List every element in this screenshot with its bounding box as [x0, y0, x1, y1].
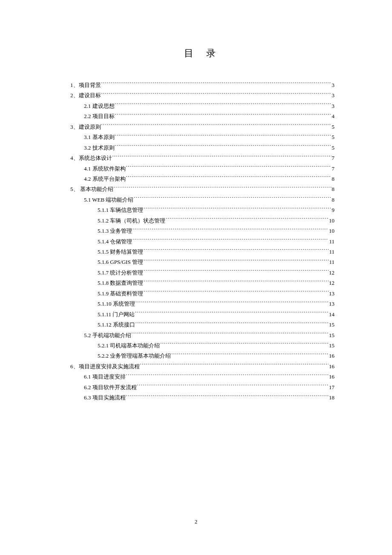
toc-entry: 5.1.9 基础资料管理13	[70, 289, 334, 299]
toc-entry: 5.1.12 系统接口15	[70, 320, 334, 330]
toc-leader-dots	[133, 238, 329, 243]
toc-entry-page: 16	[329, 372, 334, 382]
page-number: 2	[0, 518, 392, 525]
toc-leader-dots	[166, 217, 329, 223]
toc-leader-dots	[115, 144, 331, 150]
toc-entry-label: 5.1.11 门户网站	[98, 309, 135, 320]
toc-entry-label: 5.2.1 司机端基本功能介绍	[98, 341, 160, 351]
toc-leader-dots	[140, 363, 329, 368]
toc-entry: 6.1 项目进度安排16	[70, 372, 334, 382]
toc-entry-page: 13	[329, 289, 334, 299]
toc-entry-page: 14	[329, 309, 334, 320]
toc-leader-dots	[115, 113, 331, 118]
document-page: 目 录 1、项目背景32、建设目标32.1 建设思想32.2 项目目标43、建设…	[0, 0, 392, 403]
toc-entry-label: 6.1 项目进度安排	[84, 372, 126, 382]
toc-entry-page: 17	[329, 382, 334, 393]
toc-entry-page: 5	[332, 132, 335, 142]
toc-entry: 6、项目进度安排及实施流程16	[70, 361, 334, 372]
toc-entry: 5.1.2 车辆（司机）状态管理10	[70, 216, 334, 226]
toc-entry-page: 3	[332, 90, 335, 101]
toc-entry-label: 3.2 技术原则	[84, 143, 115, 153]
toc-entry: 5.1.5 财务结算管理11	[70, 247, 334, 257]
toc-entry: 5.2.2 业务管理端基本功能介绍16	[70, 351, 334, 361]
toc-entry-page: 10	[329, 226, 334, 236]
toc-entry-page: 16	[329, 361, 334, 372]
toc-leader-dots	[135, 311, 329, 316]
toc-entry: 5.2 手机端功能介绍15	[70, 330, 334, 341]
toc-entry-label: 2.1 建设思想	[84, 101, 115, 111]
toc-entry-label: 5.1.12 系统接口	[98, 320, 135, 330]
toc-entry: 1、项目背景3	[70, 80, 334, 90]
toc-leader-dots	[112, 154, 331, 160]
toc-entry-page: 12	[329, 268, 334, 278]
toc-entry-page: 8	[332, 195, 335, 205]
toc-entry-page: 12	[329, 278, 334, 288]
toc-entry-label: 5.1.1 车辆信息管理	[98, 205, 143, 215]
toc-leader-dots	[132, 332, 329, 337]
toc-entry-label: 5.1.2 车辆（司机）状态管理	[98, 216, 165, 226]
toc-entry: 5.1.7 统计分析管理12	[70, 268, 334, 278]
toc-entry-label: 3、建设原则	[70, 122, 101, 132]
toc-entry-page: 3	[332, 80, 335, 90]
toc-entry: 5.2.1 司机端基本功能介绍15	[70, 341, 334, 351]
toc-leader-dots	[115, 102, 331, 108]
toc-leader-dots	[144, 290, 329, 295]
toc-entry-page: 7	[332, 153, 335, 163]
toc-entry-label: 2、建设目标	[70, 90, 101, 101]
toc-entry-label: 6、项目进度安排及实施流程	[70, 361, 140, 372]
toc-entry-page: 13	[329, 299, 334, 309]
toc-leader-dots	[144, 269, 329, 275]
toc-entry: 6.3 项目实施流程18	[70, 393, 334, 403]
toc-entry-label: 4.2 系统平台架构	[84, 174, 126, 184]
toc-entry-page: 5	[332, 143, 335, 153]
toc-entry-label: 5.1.9 基础资料管理	[98, 289, 143, 299]
toc-entry-page: 11	[329, 257, 334, 267]
toc-entry: 5.1.4 仓储管理11	[70, 237, 334, 247]
toc-entry: 5.1.3 业务管理10	[70, 226, 334, 236]
toc-entry-page: 15	[329, 341, 334, 351]
toc-leader-dots	[144, 279, 329, 285]
toc-entry-label: 6.3 项目实施流程	[84, 393, 126, 403]
toc-leader-dots	[144, 206, 331, 212]
toc-entry: 5.1.1 车辆信息管理9	[70, 205, 334, 215]
toc-entry-page: 8	[332, 174, 335, 184]
toc-entry: 3.1 基本原则5	[70, 132, 334, 142]
toc-entry: 4.1 系统软件架构7	[70, 164, 334, 174]
toc-entry-page: 4	[332, 111, 335, 121]
toc-entry-label: 5.2.2 业务管理端基本功能介绍	[98, 351, 171, 361]
toc-leader-dots	[144, 248, 329, 254]
toc-entry-label: 5.1.7 统计分析管理	[98, 268, 143, 278]
toc-leader-dots	[135, 300, 329, 306]
toc-leader-dots	[171, 352, 329, 358]
toc-entry-label: 5.1.4 仓储管理	[98, 237, 132, 247]
toc-entry: 5.1 WEB 端功能介绍8	[70, 195, 334, 205]
toc-entry-label: 5.1.3 业务管理	[98, 226, 132, 236]
toc-title: 目 录	[70, 47, 334, 60]
toc-entry-label: 5.1.5 财务结算管理	[98, 247, 143, 257]
toc-entry: 6.2 项目软件开发流程17	[70, 382, 334, 393]
toc-leader-dots	[126, 165, 331, 171]
toc-entry-label: 5.1.6 GPS/GIS 管理	[98, 257, 143, 267]
toc-leader-dots	[101, 81, 331, 87]
toc-entry: 5、 基本功能介绍8	[70, 184, 334, 194]
toc-entry: 5.1.10 系统管理13	[70, 299, 334, 309]
toc-entry: 3、建设原则5	[70, 122, 334, 132]
toc-entry-page: 15	[329, 320, 334, 330]
toc-entry: 5.1.8 数据查询管理12	[70, 278, 334, 288]
toc-leader-dots	[101, 92, 331, 97]
toc-entry-page: 3	[332, 101, 335, 111]
toc-leader-dots	[134, 196, 331, 202]
toc-leader-dots	[160, 342, 329, 347]
toc-entry: 2、建设目标3	[70, 90, 334, 101]
toc-entry-label: 3.1 基本原则	[84, 132, 115, 142]
toc-leader-dots	[126, 175, 331, 181]
toc-entry-label: 1、项目背景	[70, 80, 101, 90]
toc-entry-label: 5.1.10 系统管理	[98, 299, 135, 309]
toc-entry-page: 9	[332, 205, 335, 215]
toc-entry-page: 16	[329, 351, 334, 361]
toc-entry-label: 4、系统总体设计	[70, 153, 112, 163]
toc-entry: 4.2 系统平台架构8	[70, 174, 334, 184]
toc-entry-label: 2.2 项目目标	[84, 111, 115, 121]
toc-leader-dots	[135, 321, 329, 327]
toc-leader-dots	[114, 185, 331, 191]
